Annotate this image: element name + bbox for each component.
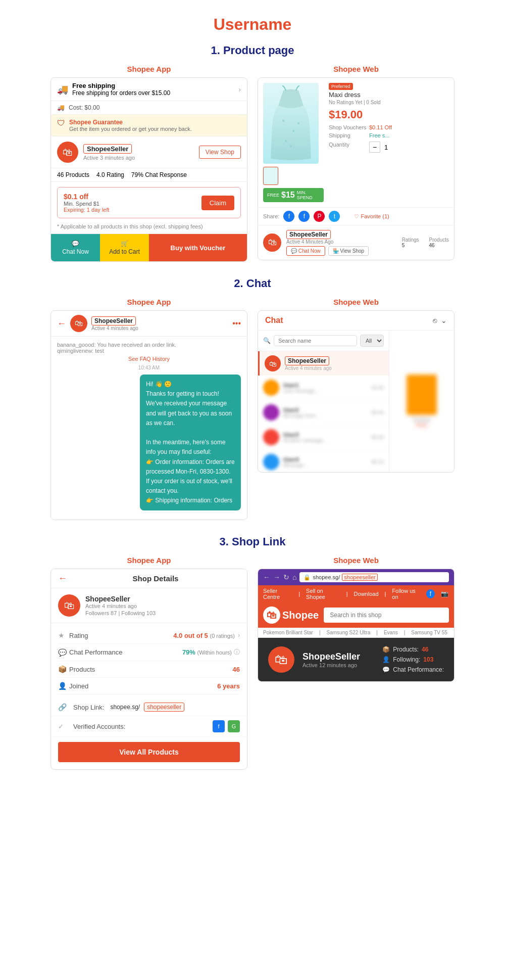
web-label-2: Shopee Web bbox=[258, 298, 454, 306]
chat-app-panel: ← 🛍 ShopeeSeller Active 4 minutes ago ••… bbox=[50, 310, 247, 520]
seller-centre-link[interactable]: Seller Centre bbox=[263, 588, 292, 600]
rating-label: Rating bbox=[69, 632, 173, 639]
view-shop-button[interactable]: View Shop bbox=[199, 146, 241, 159]
chat-web-header: Chat ⎋ ⌄ bbox=[258, 311, 454, 331]
view-all-products-button[interactable]: View All Products bbox=[58, 742, 240, 762]
quantity-decrease-button[interactable]: − bbox=[369, 142, 380, 153]
app-label-1: Shopee App bbox=[50, 65, 247, 73]
shipping-cost: Cost: $0.00 bbox=[69, 104, 99, 111]
chat-filter-dropdown[interactable]: All bbox=[360, 335, 384, 347]
chat-search-input[interactable] bbox=[274, 335, 357, 346]
add-to-cart-button[interactable]: 🛒 Add to Cart bbox=[100, 234, 149, 261]
shop-hero-stats: 📦 Products: 46 👤 Following: 103 💬 Chat P… bbox=[382, 646, 444, 673]
quick-link-1[interactable]: Pokemon Brilliant Star bbox=[263, 630, 313, 635]
shop-chat-row: 💬 Chat Performance 79% (Within hours) ⓘ bbox=[58, 644, 240, 661]
no-ratings: No Ratings Yet | 0 Sold bbox=[329, 100, 449, 105]
selected-seller-msg: Active 4 minutes ago bbox=[285, 365, 332, 371]
verified-label: Verified Accounts: bbox=[73, 723, 209, 730]
selected-chat-avatar: 🛍 bbox=[265, 355, 281, 371]
product-web-panel: FREE $15 MIN. SPEND Preferred Maxi dress… bbox=[258, 77, 454, 260]
browser-home-icon[interactable]: ⌂ bbox=[292, 573, 296, 581]
shopee-top-nav: Seller Centre | Sell on Shopee | Downloa… bbox=[258, 585, 454, 602]
browser-forward-icon[interactable]: → bbox=[273, 573, 280, 581]
follow-fb-icon[interactable]: f bbox=[426, 589, 434, 598]
chat-selected-seller[interactable]: 🛍 ShopeeSeller Active 4 minutes ago bbox=[258, 351, 389, 376]
facebook-icon[interactable]: f bbox=[283, 211, 294, 222]
lock-icon: 🔒 bbox=[304, 574, 311, 581]
web-chat-now-button[interactable]: 💬 Chat Now bbox=[286, 246, 325, 256]
chat-export-icon[interactable]: ⎋ bbox=[433, 316, 437, 324]
voucher-note: * Applicable to all products in this sho… bbox=[51, 223, 247, 234]
guarantee-subtitle: Get the item you ordered or get your mon… bbox=[69, 126, 192, 132]
cart-icon: 🛒 bbox=[121, 240, 128, 247]
products-value: 46 bbox=[233, 666, 240, 673]
chat-list-item-2[interactable]: User2 Message here... 09:45 bbox=[258, 400, 389, 425]
follow-ig-icon[interactable]: 📷 bbox=[441, 589, 449, 598]
web-label-1: Shopee Web bbox=[258, 65, 454, 73]
facebook2-icon[interactable]: f bbox=[298, 211, 310, 222]
web-seller-active: Active 4 Minutes Ago bbox=[286, 239, 369, 245]
seller-avatar: 🛍 bbox=[57, 142, 78, 163]
chat-item-avatar-3 bbox=[263, 429, 279, 445]
rating-icon: ★ bbox=[58, 631, 69, 639]
chat-seller-active: Active 4 minutes ago bbox=[91, 325, 228, 331]
buy-with-voucher-button[interactable]: Buy with Voucher bbox=[149, 234, 247, 261]
quick-links-bar: Pokemon Brilliant Star | Samsung S22 Ult… bbox=[258, 628, 454, 638]
shop-back-icon[interactable]: ← bbox=[58, 573, 67, 584]
web-seller-row: 🛍 ShopeeSeller Active 4 Minutes Ago 💬 Ch… bbox=[258, 225, 454, 260]
sell-on-shopee-link[interactable]: Sell on Shopee bbox=[306, 588, 340, 600]
chat-more-icon[interactable]: ••• bbox=[232, 319, 241, 328]
chat-icon: 💬 bbox=[72, 240, 79, 247]
chat-now-button[interactable]: 💬 Chat Now bbox=[51, 234, 100, 261]
joined-value: 6 years bbox=[217, 682, 240, 690]
shop-hero-name: ShopeeSeller bbox=[302, 651, 360, 662]
rating-chevron-icon: › bbox=[238, 632, 240, 639]
bottom-action-bar: 💬 Chat Now 🛒 Add to Cart Buy with Vouche… bbox=[51, 234, 247, 261]
claim-button[interactable]: Claim bbox=[201, 196, 234, 210]
web-view-shop-button[interactable]: 🏪 View Shop bbox=[328, 246, 369, 256]
guarantee-row: 🛡 Shopee Guarantee Get the item you orde… bbox=[51, 115, 247, 136]
voucher-min: Min. Spend $1 bbox=[64, 201, 110, 207]
shopee-search-bar: 🛍 Shopee bbox=[258, 602, 454, 628]
quick-link-2[interactable]: Samsung S22 Ultra bbox=[327, 630, 371, 635]
app-label-2: Shopee App bbox=[50, 298, 247, 306]
quick-link-4[interactable]: Samsung TV 55 bbox=[411, 630, 447, 635]
chat-perf-label: Chat Performance bbox=[69, 648, 182, 656]
free-shipping-banner: FREE $15 MIN. SPEND bbox=[263, 188, 324, 202]
guarantee-title: Shopee Guarantee bbox=[69, 119, 192, 126]
app-label-3: Shopee App bbox=[50, 556, 247, 565]
product-name: Maxi dress bbox=[329, 91, 449, 99]
chat-header: ← 🛍 ShopeeSeller Active 4 minutes ago ••… bbox=[51, 311, 247, 337]
hero-following-icon: 👤 bbox=[382, 656, 390, 663]
shop-seller-avatar: 🛍 bbox=[58, 594, 80, 617]
browser-back-icon[interactable]: ← bbox=[263, 573, 270, 581]
verified-icon: ✓ bbox=[58, 723, 69, 730]
cost-row: 🚚 Cost: $0.00 bbox=[51, 101, 247, 115]
chat-list-item-1[interactable]: User1 Last message... 10:00 bbox=[258, 376, 389, 400]
verified-badges: f G bbox=[213, 720, 240, 732]
pinterest-icon[interactable]: P bbox=[314, 211, 325, 222]
favorite-button[interactable]: ♡ Favorite (1) bbox=[354, 213, 389, 220]
svg-point-2 bbox=[285, 140, 287, 142]
shop-hero-active: Active 12 minutes ago bbox=[302, 662, 360, 668]
chat-collapse-icon[interactable]: ⌄ bbox=[441, 316, 447, 324]
sent-bubble: Hi! 👋 🙂 Thanks for getting in touch! We'… bbox=[140, 375, 241, 510]
thumbnail-1[interactable] bbox=[263, 167, 278, 185]
browser-refresh-icon[interactable]: ↻ bbox=[283, 573, 289, 581]
see-faq-button[interactable]: See FAQ History bbox=[57, 356, 241, 362]
browser-url-bar[interactable]: 🔒 shopee.sg/shopeeseller bbox=[299, 572, 449, 582]
shipping-title: Free shipping bbox=[72, 82, 238, 89]
preferred-badge: Preferred bbox=[329, 83, 353, 90]
app-seller-row: 🛍 ShopeeSeller Active 3 minutes ago View… bbox=[51, 136, 247, 168]
shopee-search-input[interactable] bbox=[324, 608, 449, 623]
share-label: Share: bbox=[263, 213, 279, 219]
back-arrow-icon[interactable]: ← bbox=[57, 318, 66, 329]
quick-link-3[interactable]: Evans bbox=[384, 630, 398, 635]
svg-point-1 bbox=[292, 130, 294, 132]
twitter-icon[interactable]: t bbox=[329, 211, 340, 222]
download-link[interactable]: Download bbox=[354, 591, 379, 597]
chat-list-item-3[interactable]: User3 Another message... 09:30 bbox=[258, 425, 389, 450]
shop-rating-row: ★ Rating 4.0 out of 5 (0 ratings) › bbox=[58, 627, 240, 644]
products-label: Products bbox=[69, 666, 233, 673]
chat-list-item-4[interactable]: User4 Message... 09:15 bbox=[258, 450, 389, 472]
